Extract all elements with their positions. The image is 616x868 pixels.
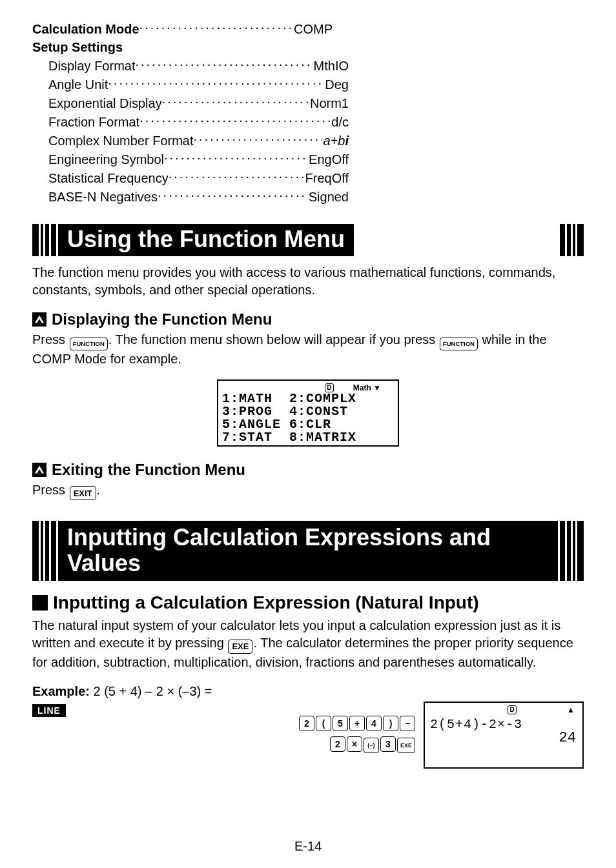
settings-list: Calculation Mode COMP Setup Settings Dis… (32, 19, 584, 206)
section2-title: Inputting Calculation Expressions and Va… (58, 521, 558, 581)
calc-mode-value: COMP (293, 20, 333, 38)
lcd-menu-cell: 2:COMPLX (289, 392, 356, 405)
function-key: FUNCTION (440, 338, 478, 350)
settings-value: EngOff (307, 150, 349, 168)
settings-value: FreqOff (304, 169, 349, 187)
displaying-text: Press FUNCTION. The function menu shown … (32, 331, 584, 368)
setup-settings-header-row: Setup Settings (32, 38, 333, 56)
settings-label: Complex Number Format (48, 132, 194, 150)
lcd-menu-cell: 6:CLR (289, 418, 331, 431)
section-title: Using the Function Menu (58, 224, 354, 256)
lcd-menu-cell: 8:MATRIX (289, 431, 356, 444)
calc-key: 2 (330, 736, 345, 752)
settings-value: Norm1 (309, 94, 349, 112)
settings-row: BASE-N Negatives Signed (32, 187, 349, 206)
calc-key: 2 (299, 716, 314, 731)
subhead-displaying: Displaying the Function Menu (32, 310, 584, 328)
settings-row: Engineering Symbol EngOff (32, 150, 349, 168)
settings-label: Exponential Display (48, 94, 162, 112)
section-banner-inputting: Inputting Calculation Expressions and Va… (32, 521, 584, 581)
page-number: E-14 (0, 839, 616, 854)
settings-value: Signed (307, 188, 349, 206)
example-expression: 2 (5 + 4) – 2 × (–3) = (90, 684, 212, 698)
settings-value: MthIO (313, 57, 349, 75)
lcd-menu-cell: 3:PROG (222, 405, 289, 418)
example-label: Example: (32, 684, 90, 698)
function-key: FUNCTION (70, 338, 108, 350)
subhead-exiting-text: Exiting the Function Menu (52, 461, 245, 479)
calc-key: 5 (333, 716, 348, 731)
lcd-function-menu: D Math ▼ 1:MATH 2:COMPLX3:PROG 4:CONST5:… (217, 379, 399, 447)
settings-label: Fraction Format (48, 113, 139, 131)
section-banner-function-menu: Using the Function Menu (32, 224, 584, 256)
key-sequence: 2(5+4)− 2×(−)3EXE (298, 704, 416, 754)
lcd-menu-cell: 5:ANGLE (222, 418, 289, 431)
settings-row: Complex Number Format a+bi (32, 131, 349, 150)
settings-row: Exponential Display Norm1 (32, 94, 349, 112)
calc-key: 4 (366, 716, 382, 731)
settings-row-calcmode: Calculation Mode COMP (32, 19, 333, 38)
setup-settings-header: Setup Settings (32, 38, 123, 56)
exiting-text: Press EXIT. (32, 481, 584, 501)
bullet-icon (32, 463, 46, 477)
lcd-menu-row: 7:STAT 8:MATRIX (222, 431, 394, 444)
natural-input-paragraph: The natural input system of your calcula… (32, 617, 584, 671)
calc-key: × (347, 736, 362, 752)
calc-key: + (349, 716, 365, 731)
calc-key: 3 (380, 736, 396, 752)
settings-value: d/c (330, 113, 349, 131)
lcd-result-screen: D ▲ 2(5+4)-2×-3 24 (424, 701, 584, 769)
lcd-expression: 2(5+4)-2×-3 (430, 717, 522, 732)
exit-key: EXIT (70, 486, 96, 500)
lcd-menu-row: 1:MATH 2:COMPLX (222, 392, 394, 405)
lcd-menu-row: 3:PROG 4:CONST (222, 405, 394, 418)
calc-key: EXE (397, 738, 415, 753)
lcd-result-value: 24 (559, 730, 576, 746)
lcd-menu-cell: 7:STAT (222, 431, 289, 444)
settings-label: Statistical Frequency (48, 169, 169, 187)
settings-value: Deg (323, 76, 349, 94)
settings-label: Angle Unit (48, 76, 108, 94)
settings-label: Engineering Symbol (48, 150, 164, 168)
bullet-icon (32, 312, 46, 327)
lcd-status-math: Math ▼ (353, 383, 381, 392)
subhead-exiting: Exiting the Function Menu (32, 461, 584, 479)
calc-key: − (400, 716, 415, 731)
calc-mode-label: Calculation Mode (32, 22, 139, 36)
lcd-menu-cell: 4:CONST (289, 405, 348, 418)
calc-key: (−) (364, 738, 379, 753)
settings-row: Statistical Frequency FreqOff (32, 168, 349, 187)
lcd-status-arrow: ▲ (567, 705, 575, 714)
settings-label: BASE-N Negatives (48, 188, 158, 206)
example-line: Example: 2 (5 + 4) – 2 × (–3) = (32, 683, 584, 700)
subhead-natural-input: Inputting a Calculation Expression (Natu… (32, 592, 584, 613)
settings-row: Fraction Format d/c (32, 112, 349, 131)
lcd-menu-cell: 1:MATH (222, 392, 289, 405)
subhead-natural-input-text: Inputting a Calculation Expression (Natu… (53, 592, 479, 613)
lcd-status-d: D (508, 705, 517, 714)
lcd-menu-row: 5:ANGLE 6:CLR (222, 418, 394, 431)
exe-key: EXE (228, 640, 252, 654)
settings-value: a+bi (322, 132, 349, 150)
settings-row: Display Format MthIO (32, 56, 349, 75)
settings-label: Display Format (48, 57, 135, 75)
subhead-displaying-text: Displaying the Function Menu (52, 310, 272, 328)
calc-key: ( (316, 716, 331, 731)
section1-intro: The function menu provides you with acce… (32, 264, 584, 299)
calc-key: ) (383, 716, 398, 731)
line-mode-badge: LINE (32, 704, 66, 717)
square-bullet-icon (32, 595, 48, 611)
settings-row: Angle Unit Deg (32, 75, 349, 94)
